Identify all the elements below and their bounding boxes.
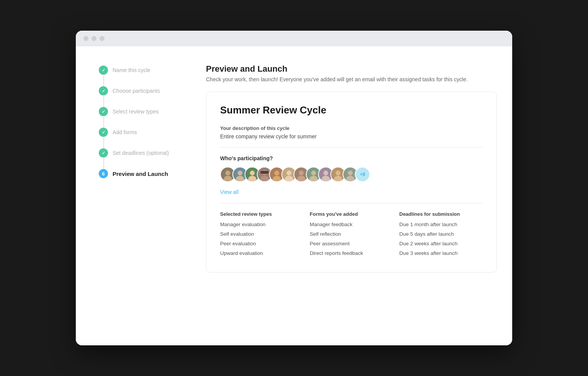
col-header-2: Forms you've added: [310, 211, 393, 217]
sidebar-item-set-deadlines[interactable]: ✓ Set deadlines (optional): [99, 148, 183, 158]
svg-point-7: [250, 171, 255, 176]
step-number-6: 6: [102, 171, 105, 177]
browser-content: ✓ Name this cycle ✓ Choose participants …: [76, 46, 512, 345]
description-label: Your description of this cycle: [220, 125, 483, 131]
traffic-light-minimize[interactable]: [91, 36, 96, 41]
deadline-3: Due 2 weeks after launch: [399, 241, 483, 246]
step-circle-1: ✓: [99, 66, 108, 75]
col-header-3: Deadlines for submission: [399, 211, 483, 217]
check-icon-3: ✓: [102, 109, 105, 114]
svg-point-4: [238, 171, 243, 176]
step-label-3: Select review types: [113, 108, 159, 115]
description-value: Entire company review cycle for summer: [220, 133, 483, 140]
svg-point-29: [336, 171, 341, 176]
form-2: Self reflection: [310, 231, 393, 237]
deadlines-column: Deadlines for submission Due 1 month aft…: [399, 211, 483, 260]
divider-1: [220, 147, 483, 148]
form-3: Peer assessment: [310, 241, 393, 246]
step-label-1: Name this cycle: [113, 67, 150, 73]
step-circle-4: ✓: [99, 128, 108, 137]
form-4: Direct reports feedback: [310, 250, 393, 256]
avatar-more: +8: [355, 167, 370, 182]
deadline-1: Due 1 month after launch: [399, 222, 483, 227]
sidebar-item-preview-launch[interactable]: 6 Preview and Launch: [99, 169, 183, 178]
form-1: Manager feedback: [310, 222, 393, 227]
step-circle-3: ✓: [99, 107, 108, 116]
review-types-column: Selected review types Manager evaluation…: [220, 211, 304, 260]
sidebar-item-choose-participants[interactable]: ✓ Choose participants: [99, 86, 183, 95]
check-icon-1: ✓: [102, 68, 105, 73]
view-all-link[interactable]: View all: [220, 189, 238, 195]
deadline-2: Due 5 days after launch: [399, 231, 483, 237]
svg-rect-11: [260, 171, 269, 174]
traffic-light-maximize[interactable]: [100, 36, 105, 41]
check-icon-5: ✓: [102, 151, 105, 156]
review-type-3: Peer evaluation: [220, 241, 304, 246]
avatars-row: +8: [220, 167, 483, 182]
sidebar-item-select-review-types[interactable]: ✓ Select review types: [99, 107, 183, 116]
traffic-light-close[interactable]: [83, 36, 88, 41]
step-label-5: Set deadlines (optional): [113, 150, 169, 156]
forms-column: Forms you've added Manager feedback Self…: [310, 211, 393, 260]
participants-section: Who's participating?: [220, 155, 483, 195]
deadline-4: Due 3 weeks after launch: [399, 250, 483, 256]
review-details-grid: Selected review types Manager evaluation…: [220, 211, 483, 260]
step-circle-6: 6: [99, 169, 108, 178]
svg-point-20: [299, 171, 304, 176]
svg-point-14: [274, 171, 279, 176]
svg-point-23: [311, 171, 316, 176]
page-title: Preview and Launch: [206, 64, 497, 74]
avatar-more-count: +8: [360, 172, 365, 177]
review-type-2: Self evaluation: [220, 231, 304, 237]
check-icon-4: ✓: [102, 130, 105, 135]
svg-point-1: [225, 171, 230, 176]
svg-point-32: [348, 171, 353, 176]
step-circle-5: ✓: [99, 148, 108, 158]
review-type-4: Upward evaluation: [220, 250, 304, 256]
review-type-1: Manager evaluation: [220, 222, 304, 227]
step-circle-2: ✓: [99, 86, 108, 95]
cycle-name: Summer Review Cycle: [220, 104, 483, 116]
svg-point-17: [287, 171, 292, 176]
preview-card: Summer Review Cycle Your description of …: [206, 92, 497, 273]
sidebar: ✓ Name this cycle ✓ Choose participants …: [99, 62, 183, 330]
col-header-1: Selected review types: [220, 211, 304, 217]
step-label-2: Choose participants: [113, 88, 160, 94]
browser-chrome: [76, 31, 512, 46]
participants-label: Who's participating?: [220, 155, 483, 161]
main-content: Preview and Launch Check your work, then…: [206, 62, 497, 330]
step-label-6: Preview and Launch: [113, 171, 168, 177]
step-label-4: Add forms: [113, 129, 137, 135]
svg-point-26: [323, 171, 328, 176]
check-icon-2: ✓: [102, 89, 105, 94]
browser-window: ✓ Name this cycle ✓ Choose participants …: [76, 31, 512, 345]
sidebar-item-add-forms[interactable]: ✓ Add forms: [99, 128, 183, 137]
page-subtitle: Check your work, then launch! Everyone y…: [206, 76, 497, 82]
sidebar-item-name-cycle[interactable]: ✓ Name this cycle: [99, 66, 183, 75]
divider-2: [220, 203, 483, 204]
